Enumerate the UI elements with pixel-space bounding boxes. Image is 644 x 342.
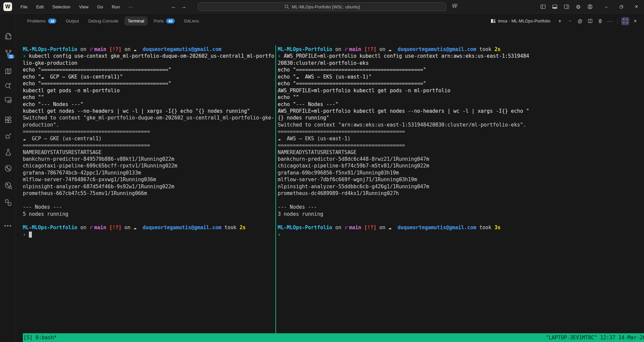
activity-item-gitlens-icon[interactable] [0, 161, 16, 175]
terminal-line: mlflow-server-7dbf6c669f-wgnj71/1Running… [278, 176, 644, 183]
terminal-line: AWS_PROFILE=ml-portfolio kubectl get nod… [278, 108, 644, 114]
terminal-line: --- Nodes --- [278, 204, 644, 210]
toggle-panel-icon[interactable] [550, 2, 559, 11]
activity-item-debug-bug-icon[interactable] [0, 129, 16, 143]
toggle-primary-sidebar-icon[interactable] [539, 2, 547, 11]
terminal-line: {} nodes running" [278, 114, 644, 121]
menu-selection[interactable]: Selection [49, 3, 74, 11]
terminal-line: echo "☁ AWS — EKS (us-east-1)" [278, 74, 644, 80]
terminal-line: ML-MLOps-Portfolio on main [!?] on ☁ duq… [278, 46, 644, 53]
terminal-line: echo "==================================… [23, 66, 276, 73]
activity-item-extensions-icon[interactable] [0, 113, 16, 127]
terminal-line: › [23, 231, 276, 238]
activity-item-explorer-icon[interactable] [0, 29, 16, 43]
terminal-line: grafana-69bc996856-f5nx91/1Running03h19m [278, 169, 644, 176]
title-bar: W FileEditSelectionViewGoRun··· ← → ML-M… [0, 0, 644, 13]
terminal-instance-title[interactable]: tmux - ML-MLOps-Portfolio [498, 18, 550, 23]
menu-file[interactable]: File [17, 3, 31, 11]
panel-tab-debug-console[interactable]: Debug Console [85, 16, 122, 26]
activity-item-beaker-icon[interactable] [0, 145, 16, 159]
account-icon[interactable] [586, 2, 594, 11]
app-logo: W [3, 2, 12, 11]
terminal-line: echo "--- Nodes ---" [278, 101, 644, 108]
tmux-terminal-icon [491, 18, 496, 23]
terminal-line: echo "==================================… [278, 80, 644, 87]
nav-forward-icon[interactable]: → [181, 4, 186, 10]
terminal-line: AWS_PROFILE=ml-portfolio kubectl get pod… [278, 87, 644, 94]
terminal-area[interactable]: ML-MLOps-Portfolio on main [!?] on ☁ duq… [16, 28, 644, 342]
terminal-line: grafana-7867674bcb-42ppc1/1Running0133m [23, 169, 276, 176]
maximize-panel-icon[interactable] [621, 17, 629, 25]
terminal-line: 5 nodes running [23, 211, 276, 217]
terminal-line: ========================================… [23, 128, 276, 135]
split-terminal-icon[interactable] [586, 17, 594, 25]
terminal-line: echo "--- Nodes ---" [23, 101, 276, 108]
close-panel-icon[interactable]: × [631, 17, 639, 25]
terminal-line: bankchurn-predictor-849579b886-v88kt1/1R… [23, 156, 276, 162]
activity-item-map-icon[interactable] [0, 64, 16, 78]
menu-[interactable]: ··· [125, 3, 137, 11]
terminal-line: mlflow-server-74f64867c6-pxvwg1/1Running… [23, 176, 276, 183]
command-center-search[interactable]: ML-MLOps-Portfolio [WSL: ubuntu] [198, 2, 446, 11]
activity-item-remote-explorer-icon[interactable] [0, 93, 16, 106]
menu-go[interactable]: Go [94, 3, 107, 11]
terminal-line: Switched to context "arn:aws:eks:us-east… [278, 121, 644, 128]
terminal-line: nlpinsight-analyzer-55ddbbc6cb-g426g1/1R… [278, 183, 644, 190]
terminal-line: NAMEREADYSTATUSRESTARTSAGE [278, 149, 644, 156]
terminal-line: ML-MLOps-Portfolio on main [!?] on ☁ duq… [278, 224, 644, 231]
terminal-line: echo "" [23, 94, 276, 101]
terminal-line: ML-MLOps-Portfolio on main [!?] on ☁ duq… [23, 224, 276, 231]
terminal-more-actions-icon[interactable]: ··· [606, 17, 614, 25]
terminal-line: Switched to context "gke_ml-portfolio-du… [23, 114, 276, 121]
tmux-pane-gke[interactable]: ML-MLOps-Portfolio on main [!?] on ☁ duq… [23, 46, 276, 238]
terminal-line: echo "==================================… [23, 80, 276, 87]
menu-edit[interactable]: Edit [33, 3, 47, 11]
terminal-line: chicagotaxi-pipeline-699c65bcff-rpxtv1/1… [23, 162, 276, 169]
launch-profile-icon[interactable]: @ [576, 17, 584, 25]
kill-terminal-trash-icon[interactable] [596, 17, 604, 25]
panel-tab-ports[interactable]: Ports40 [150, 16, 178, 26]
terminal-line: nlpinsight-analyzer-687d54f46b-9s92w1/1R… [23, 183, 276, 190]
terminal-line: ☁ AWS — EKS (us-east-1) [278, 135, 644, 142]
activity-item-gitlens-inspect-icon[interactable] [0, 179, 16, 192]
terminal-line: › kubectl config use-context gke_ml-port… [23, 53, 276, 59]
terminal-line: ========================================… [23, 142, 276, 149]
terminal-line: prometheus-667cb47c55-75xmv1/1Running066… [23, 190, 276, 197]
panel-tab-gitlens[interactable]: GitLens [181, 16, 203, 26]
panel-tab-terminal[interactable]: Terminal [124, 16, 148, 26]
search-icon [284, 4, 289, 9]
settings-gear-icon[interactable]: ⚙ [574, 2, 583, 11]
nav-back-icon[interactable]: ← [171, 4, 176, 10]
activity-item-source-control-icon[interactable]: 11 [0, 46, 16, 59]
toggle-secondary-sidebar-icon[interactable] [562, 2, 571, 11]
activity-item-more[interactable]: ••• [0, 219, 16, 233]
tmux-pane-eks[interactable]: ML-MLOps-Portfolio on main [!?] on ☁ duq… [278, 46, 644, 238]
tmux-session-window-label[interactable]: [5] 0:bash* [23, 333, 57, 342]
panel-tab-output[interactable]: Output [62, 16, 82, 26]
terminal-line: › [278, 231, 644, 238]
terminal-line: 20830:cluster/ml-portfolio-eks [278, 60, 644, 66]
panel-actions-separator [618, 18, 618, 24]
terminal-line: echo "☁ GCP — GKE (us-central1)" [23, 74, 276, 80]
panel-tab-bar: Problems18OutputDebug ConsoleTerminalPor… [16, 14, 644, 28]
terminal-line: echo "==================================… [278, 66, 644, 73]
menu-view[interactable]: View [75, 3, 92, 11]
terminal-line: kubectl get nodes --no-headers | wc -l |… [23, 108, 276, 114]
terminal-line [23, 217, 276, 224]
activity-item-layers-icon[interactable] [0, 196, 16, 209]
panel-tab-problems[interactable]: Problems18 [24, 16, 60, 26]
terminal-line: echo "" [278, 94, 644, 101]
window-restore-icon[interactable] [614, 0, 629, 13]
windsurf-mark-icon: W [452, 3, 457, 9]
new-terminal-icon[interactable]: + [556, 17, 564, 25]
activity-item-search-sparkle-icon[interactable] [0, 79, 16, 92]
terminal-line: --- Nodes --- [23, 204, 276, 210]
window-close-icon[interactable]: × [629, 0, 644, 13]
tmux-status-bar: [5] 0:bash* "LAPTOP-3EV1MT8C" 12:37 14-M… [23, 333, 644, 342]
menu-run[interactable]: Run [108, 3, 123, 11]
terminal-line: › AWS_PROFILE=ml-portfolio kubectl confi… [278, 53, 644, 59]
window-minimize-icon[interactable]: – [599, 0, 614, 13]
terminal-line: NAMEREADYSTATUSRESTARTSAGE [23, 149, 276, 156]
terminal-dropdown-chevron-icon[interactable] [566, 17, 574, 25]
terminal-line: 3 nodes running [278, 211, 644, 217]
